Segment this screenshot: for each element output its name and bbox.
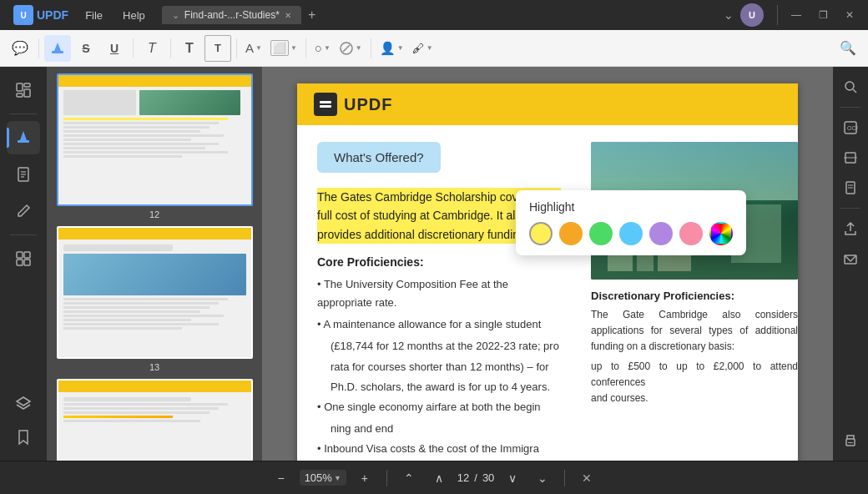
window-maximize-button[interactable]: ❒ (811, 5, 835, 25)
svg-line-3 (343, 45, 350, 52)
pdf-page: UPDF What's Offered? The Gates Cambridge… (297, 83, 798, 461)
window-close-button[interactable]: ✕ (838, 5, 861, 25)
highlight-tool-button[interactable] (44, 35, 71, 62)
stamp-tool-button[interactable]: A ▼ (242, 35, 265, 62)
what-offered-box: What's Offered? (317, 142, 441, 173)
sidebar-bottom (7, 387, 40, 454)
zoom-dropdown-arrow[interactable]: ▼ (334, 474, 341, 482)
sidebar-organize-button[interactable] (7, 242, 40, 275)
tab-close-icon[interactable]: ✕ (285, 11, 291, 20)
thumb-page-num-12: 12 (149, 209, 159, 219)
search-button[interactable]: 🔍 (835, 35, 861, 62)
tab-current[interactable]: ⌄ Find-and-...r-Studies* ✕ (162, 6, 301, 24)
svg-marker-9 (20, 131, 27, 140)
discretionary-extra1: up to £500 to up to £2,000 to attend con… (591, 359, 798, 391)
zoom-in-button[interactable]: + (353, 466, 376, 490)
window-minimize-button[interactable]: — (785, 5, 808, 25)
bottom-close-button[interactable]: ✕ (575, 466, 598, 490)
swatch-yellow[interactable] (529, 222, 553, 245)
svg-marker-1 (54, 43, 61, 51)
sidebar-highlight-button[interactable] (7, 121, 40, 154)
page-header-logo: UPDF (314, 93, 392, 116)
thumbnail-page-12[interactable]: 12 (53, 73, 255, 219)
bullet-2-line3: rata for courses shorter than 12 months)… (317, 358, 561, 376)
active-indicator (7, 128, 9, 148)
pdf-content-area: Highlight UPDF (262, 67, 833, 461)
right-tool-search-button[interactable] (837, 73, 864, 100)
discretionary-title: Discretionary Proficiencies: (591, 290, 798, 302)
thumb-img-14 (58, 381, 251, 461)
svg-rect-16 (17, 260, 23, 265)
pencil-tool-button[interactable]: ▼ (336, 35, 366, 62)
swatch-purple[interactable] (649, 222, 673, 245)
title-bar: U UPDF File Help ⌄ Find-and-...r-Studies… (0, 0, 868, 30)
header-logo-text: UPDF (344, 95, 392, 114)
thumbnail-page-14[interactable]: 14 (53, 379, 255, 461)
thumb-img-13 (58, 228, 251, 357)
swatch-pink[interactable] (679, 222, 703, 245)
swatch-orange[interactable] (559, 222, 583, 245)
thumb-box-14[interactable] (57, 379, 253, 461)
nav-to-bottom-button[interactable]: ⌄ (531, 466, 554, 490)
sidebar-layers-button[interactable] (7, 387, 40, 421)
discretionary-extra2: and courses. (591, 391, 798, 406)
sidebar-separator (10, 113, 37, 114)
shapes-tool-button[interactable]: ○ ▼ (311, 35, 334, 62)
nav-down-button[interactable]: ∨ (501, 466, 524, 490)
sidebar-bookmark-button[interactable] (7, 421, 40, 454)
menu-help[interactable]: Help (113, 6, 155, 25)
right-tool-mail-button[interactable] (837, 245, 864, 272)
zoom-out-button[interactable]: − (270, 466, 293, 490)
svg-rect-4 (17, 83, 23, 91)
right-tools-panel: OCR (833, 67, 868, 461)
right-tool-convert-button[interactable] (837, 174, 864, 201)
typewriter-tool-button[interactable]: T (176, 35, 203, 62)
right-tool-scan-button[interactable] (837, 144, 864, 171)
bullet-3-line2: ning and end (317, 420, 561, 438)
person-tool-button[interactable]: 👤 ▼ (376, 35, 407, 62)
thumbnail-page-13[interactable]: 13 (53, 226, 255, 372)
page-current: 12 (457, 471, 469, 484)
swatch-green[interactable] (589, 222, 613, 245)
textbox-tool-button[interactable]: T (204, 35, 231, 62)
right-tool-print-button[interactable] (837, 427, 864, 454)
sidebar-pages-button[interactable] (7, 158, 40, 191)
svg-rect-14 (17, 252, 23, 258)
underline-tool-button[interactable]: U (101, 35, 128, 62)
svg-rect-0 (52, 51, 63, 53)
right-tool-separator (840, 107, 860, 108)
toolbar-separator-4 (236, 38, 237, 58)
tab-add-button[interactable]: + (301, 4, 322, 26)
sticker-tool-button[interactable]: ⬜ ▼ (267, 35, 300, 62)
text-tool-button[interactable]: T (139, 35, 165, 62)
highlight-popup: Highlight (516, 190, 746, 255)
sidebar-page-view-button[interactable] (7, 73, 40, 107)
bullet-2-line4: Ph.D. scholars, the award is for up to 4… (317, 378, 561, 396)
thumb-box-13[interactable] (57, 226, 253, 359)
thumb-img-12 (58, 75, 251, 204)
thumb-box-12[interactable] (57, 73, 253, 206)
user-avatar: U (740, 3, 764, 27)
svg-point-21 (845, 82, 854, 90)
menu-file[interactable]: File (75, 6, 113, 25)
right-tool-ocr-button[interactable]: OCR (837, 114, 864, 141)
sidebar-edit-button[interactable] (7, 194, 40, 228)
bottom-separator-1 (386, 470, 387, 486)
comment-tool-button[interactable]: 💬 (7, 35, 33, 62)
strikethrough-tool-button[interactable]: S (73, 35, 99, 62)
tab-name: Find-and-...r-Studies* (184, 9, 280, 21)
right-tool-share-button[interactable] (837, 215, 864, 242)
nav-to-top-button[interactable]: ⌃ (397, 466, 421, 490)
svg-marker-18 (17, 397, 30, 406)
svg-rect-20 (320, 105, 331, 108)
bullet-4: • Inbound Visa costs & the cost of the I… (317, 440, 561, 458)
swatch-multicolor[interactable] (709, 222, 733, 245)
toolbar-separator-3 (170, 38, 171, 58)
nav-up-button[interactable]: ∧ (427, 466, 451, 490)
svg-rect-19 (320, 101, 331, 103)
dropdown-icon[interactable]: ⌄ (720, 8, 737, 22)
swatch-blue[interactable] (619, 222, 643, 245)
app-name: UPDF (37, 8, 68, 22)
what-offered-label: What's Offered? (334, 150, 424, 164)
extra-tool-button[interactable]: 🖋 ▼ (409, 35, 437, 62)
